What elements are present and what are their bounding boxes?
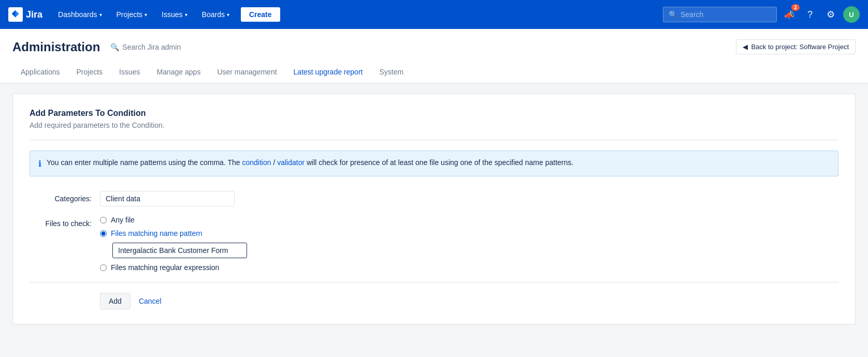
categories-label: Categories: (30, 191, 92, 203)
admin-search[interactable]: 🔍 Search Jira admin (110, 43, 181, 51)
files-to-check-label: Files to check: (30, 216, 92, 228)
admin-header: Administration 🔍 Search Jira admin ◀ Bac… (0, 29, 868, 83)
radio-pattern-option[interactable]: Files matching name pattern (100, 229, 247, 237)
radio-group: Any file Files matching name pattern Fil… (100, 216, 247, 272)
search-input[interactable] (681, 10, 763, 19)
projects-menu[interactable]: Projects ▾ (111, 7, 153, 22)
categories-input[interactable] (100, 191, 235, 206)
validator-link[interactable]: validator (277, 158, 305, 167)
bell-icon: 📣 (784, 10, 794, 20)
files-to-check-field: Any file Files matching name pattern Fil… (100, 216, 247, 272)
tab-latest-upgrade-report[interactable]: Latest upgrade report (285, 63, 371, 83)
dashboards-chevron-icon: ▾ (99, 12, 102, 18)
help-button[interactable]: ? (802, 6, 818, 23)
section-subtitle: Add required parameters to the Condition… (30, 121, 838, 129)
tab-projects[interactable]: Projects (68, 63, 111, 83)
add-button[interactable]: Add (100, 293, 131, 309)
radio-regex-input[interactable] (100, 264, 107, 271)
radio-pattern-label: Files matching name pattern (111, 229, 202, 237)
tab-user-management[interactable]: User management (209, 63, 285, 83)
info-icon: ℹ (38, 159, 41, 169)
issues-chevron-icon: ▾ (185, 12, 187, 18)
settings-button[interactable]: ⚙ (822, 6, 839, 23)
page-title: Administration (12, 40, 100, 54)
info-text: You can enter multiple name patterns usi… (47, 158, 573, 167)
create-button[interactable]: Create (241, 7, 280, 22)
projects-chevron-icon: ▾ (144, 12, 147, 18)
avatar-initials: U (849, 11, 853, 19)
radio-regex-label: Files matching regular expression (111, 263, 219, 272)
categories-row: Categories: (30, 191, 838, 206)
button-row: Add Cancel (30, 293, 838, 309)
tab-manage-apps[interactable]: Manage apps (149, 63, 209, 83)
back-arrow-icon: ◀ (743, 43, 748, 51)
info-box: ℹ You can enter multiple name patterns u… (30, 151, 838, 176)
admin-tabs: Applications Projects Issues Manage apps… (12, 63, 856, 83)
help-icon: ? (807, 9, 813, 20)
issues-menu[interactable]: Issues ▾ (156, 7, 192, 22)
gear-icon: ⚙ (827, 9, 835, 20)
topnav-right-section: 🔍 📣 2 ? ⚙ U (663, 6, 860, 23)
jira-wordmark: Jira (26, 9, 42, 20)
tab-applications[interactable]: Applications (12, 63, 68, 83)
search-admin-icon: 🔍 (110, 43, 119, 51)
radio-any-file-label: Any file (111, 216, 135, 224)
bottom-divider (30, 282, 838, 282)
notification-wrap: 📣 2 (781, 6, 798, 23)
radio-pattern-input[interactable] (100, 230, 107, 237)
tab-issues[interactable]: Issues (111, 63, 148, 83)
files-to-check-row: Files to check: Any file Files matching … (30, 216, 838, 272)
tab-system[interactable]: System (371, 63, 412, 83)
radio-regex-option[interactable]: Files matching regular expression (100, 263, 247, 272)
admin-search-label: Search Jira admin (122, 43, 181, 51)
notification-badge: 2 (791, 4, 800, 11)
radio-any-file-option[interactable]: Any file (100, 216, 247, 224)
condition-link[interactable]: condition (242, 158, 271, 167)
back-to-project-button[interactable]: ◀ Back to project: Software Project (736, 39, 856, 54)
boards-menu[interactable]: Boards ▾ (197, 7, 235, 22)
cancel-button[interactable]: Cancel (137, 293, 164, 309)
main-content: Add Parameters To Condition Add required… (12, 94, 856, 324)
divider (30, 140, 838, 140)
section-title: Add Parameters To Condition (30, 109, 838, 118)
pattern-input[interactable] (112, 243, 247, 258)
top-navigation: Jira Dashboards ▾ Projects ▾ Issues ▾ Bo… (0, 0, 868, 29)
jira-logo[interactable]: Jira (8, 7, 42, 22)
global-search[interactable]: 🔍 (663, 7, 777, 22)
jira-icon (8, 7, 23, 22)
search-icon: 🔍 (669, 10, 677, 19)
boards-chevron-icon: ▾ (227, 12, 229, 18)
dashboards-menu[interactable]: Dashboards ▾ (53, 7, 107, 22)
categories-field (100, 191, 235, 206)
user-avatar[interactable]: U (843, 6, 860, 23)
back-to-project-label: Back to project: Software Project (751, 43, 849, 51)
admin-title-row: Administration 🔍 Search Jira admin ◀ Bac… (12, 39, 856, 54)
radio-any-file-input[interactable] (100, 217, 107, 224)
